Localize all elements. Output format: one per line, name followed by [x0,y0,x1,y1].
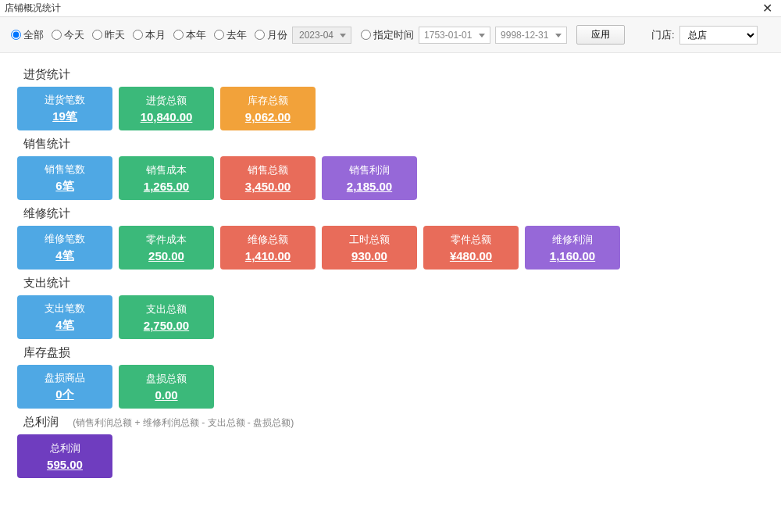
repair-cards: 维修笔数4笔零件成本250.00维修总额1,410.00工时总额930.00零件… [17,226,764,270]
filter-bar: 全部 今天 昨天 本月 本年 去年 月份 2023-04 指定时间 1753-0… [0,17,781,53]
stat-card[interactable]: 工时总额930.00 [322,226,417,270]
section-repair: 维修统计 维修笔数4笔零件成本250.00维修总额1,410.00工时总额930… [23,206,764,270]
card-value: 4笔 [55,318,73,333]
stat-card[interactable]: 总利润595.00 [17,434,112,478]
profit-title-text: 总利润 [23,415,59,428]
loss-cards: 盘损商品0个盘损总额0.00 [17,365,764,409]
card-value: 595.00 [47,458,83,471]
card-label: 库存总额 [248,94,288,108]
card-value: 10,840.00 [141,110,193,123]
radio-month[interactable]: 月份 [255,28,287,42]
card-value: 1,160.00 [550,249,595,262]
profit-formula: (销售利润总额 + 维修利润总额 - 支出总额 - 盘损总额) [73,417,294,428]
card-label: 支出笔数 [45,302,85,316]
card-label: 支出总额 [146,302,187,316]
stat-card[interactable]: 支出笔数4笔 [17,295,112,339]
radio-custom-time[interactable]: 指定时间 [361,28,414,42]
stat-card[interactable]: 零件总额¥480.00 [423,226,519,270]
title-bar: 店铺概况统计 ✕ [0,0,781,17]
section-sales: 销售统计 销售笔数6笔销售成本1,265.00销售总额3,450.00销售利润2… [23,137,764,200]
card-label: 盘损商品 [45,371,85,385]
stat-card[interactable]: 维修总额1,410.00 [220,226,316,270]
stat-card[interactable]: 销售笔数6笔 [17,156,112,200]
card-label: 盘损总额 [146,372,187,386]
card-label: 维修笔数 [45,232,85,246]
section-title-loss: 库存盘损 [23,345,764,360]
section-profit: 总利润 (销售利润总额 + 维修利润总额 - 支出总额 - 盘损总额) 总利润5… [23,415,764,478]
apply-button[interactable]: 应用 [576,25,625,45]
card-label: 维修利润 [552,233,593,247]
content-area: 进货统计 进货笔数19笔进货总额10,840.00库存总额9,062.00 销售… [0,53,781,489]
radio-all[interactable]: 全部 [11,28,44,42]
card-label: 销售总额 [248,163,288,177]
card-value: 250.00 [148,249,184,262]
stat-card[interactable]: 库存总额9,062.00 [220,87,316,130]
card-value: 930.00 [351,249,387,262]
month-select[interactable]: 2023-04 [292,27,351,44]
purchase-cards: 进货笔数19笔进货总额10,840.00库存总额9,062.00 [17,87,764,130]
section-expense: 支出统计 支出笔数4笔支出总额2,750.00 [23,276,764,339]
card-value: 2,750.00 [144,319,189,332]
card-value: ¥480.00 [450,249,492,262]
card-value: 0个 [55,387,73,402]
section-title-sales: 销售统计 [23,137,764,152]
section-title-purchase: 进货统计 [23,67,764,82]
stat-card[interactable]: 盘损商品0个 [17,365,112,409]
card-value: 1,265.00 [144,180,189,193]
radio-this-month[interactable]: 本月 [133,28,166,42]
card-label: 总利润 [50,441,80,455]
time-radio-group: 全部 今天 昨天 本月 本年 去年 月份 [11,28,287,42]
section-title-repair: 维修统计 [23,206,764,221]
stat-card[interactable]: 零件成本250.00 [119,226,214,270]
radio-this-year[interactable]: 本年 [173,28,206,42]
stat-card[interactable]: 盘损总额0.00 [119,365,214,409]
card-value: 9,062.00 [245,110,291,123]
card-label: 零件成本 [146,233,187,247]
card-value: 6笔 [55,179,73,194]
card-value: 2,185.00 [347,180,392,193]
stat-card[interactable]: 销售利润2,185.00 [322,156,417,200]
section-title-profit: 总利润 (销售利润总额 + 维修利润总额 - 支出总额 - 盘损总额) [23,415,764,430]
window-title: 店铺概况统计 [5,2,61,15]
expense-cards: 支出笔数4笔支出总额2,750.00 [17,295,764,339]
card-label: 进货总额 [146,94,187,108]
card-value: 4笔 [55,248,73,263]
stat-card[interactable]: 销售总额3,450.00 [220,156,316,200]
store-label: 门店: [651,28,675,42]
card-value: 3,450.00 [245,180,291,193]
card-label: 销售笔数 [45,162,85,177]
radio-last-year[interactable]: 去年 [214,28,247,42]
stat-card[interactable]: 销售成本1,265.00 [119,156,214,200]
radio-yesterday[interactable]: 昨天 [92,28,125,42]
profit-cards: 总利润595.00 [17,434,764,478]
card-value: 0.00 [155,388,177,402]
card-label: 工时总额 [349,233,390,247]
card-label: 进货笔数 [45,93,85,107]
stat-card[interactable]: 支出总额2,750.00 [119,295,214,339]
card-label: 维修总额 [248,233,288,247]
sales-cards: 销售笔数6笔销售成本1,265.00销售总额3,450.00销售利润2,185.… [17,156,764,200]
section-loss: 库存盘损 盘损商品0个盘损总额0.00 [23,345,764,409]
section-title-expense: 支出统计 [23,276,764,291]
card-label: 销售成本 [146,163,187,177]
close-icon[interactable]: ✕ [758,2,776,15]
stat-card[interactable]: 进货总额10,840.00 [119,87,214,130]
stat-card[interactable]: 维修笔数4笔 [17,226,112,270]
radio-today[interactable]: 今天 [52,28,84,42]
card-value: 19笔 [52,109,77,124]
store-select[interactable]: 总店 [679,26,758,45]
card-value: 1,410.00 [245,249,291,262]
date-from-input[interactable]: 1753-01-01 [419,27,490,44]
stat-card[interactable]: 维修利润1,160.00 [525,226,620,270]
card-label: 零件总额 [451,233,491,247]
card-label: 销售利润 [349,163,390,177]
stat-card[interactable]: 进货笔数19笔 [17,87,112,130]
section-purchase: 进货统计 进货笔数19笔进货总额10,840.00库存总额9,062.00 [23,67,764,130]
date-to-input[interactable]: 9998-12-31 [495,27,567,44]
